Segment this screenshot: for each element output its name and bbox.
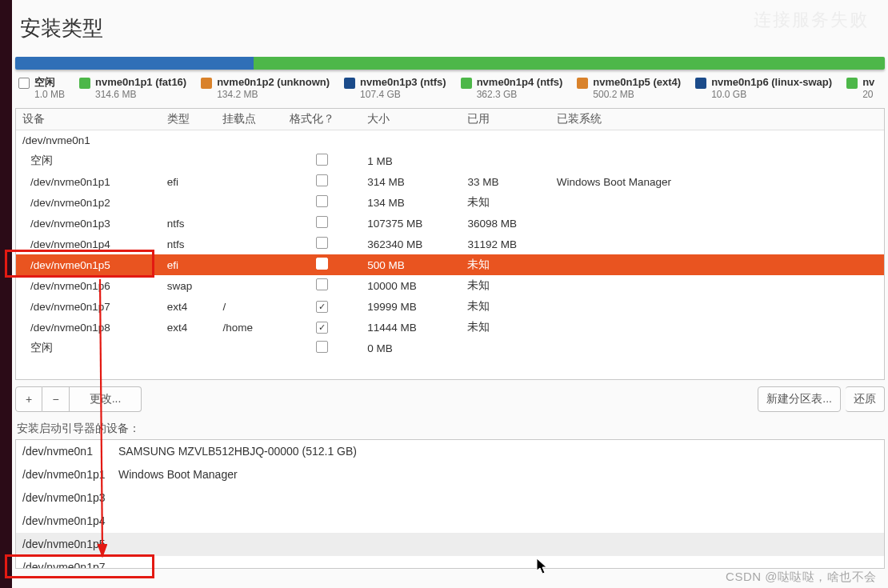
cell-used: 未知 (461, 275, 550, 296)
cell-size: 19999 MB (361, 296, 461, 317)
legend-swatch (79, 78, 90, 89)
legend-name: nvme0n1p1 (fat16) (95, 76, 186, 89)
cell-mount (216, 171, 282, 192)
legend-name: nvme0n1p4 (ntfs) (477, 76, 563, 89)
cell-used: 未知 (461, 296, 550, 317)
legend-swatch (18, 78, 30, 89)
boot-list-row[interactable]: /dev/nvme0n1p5 (16, 533, 884, 556)
format-checkbox[interactable] (316, 278, 328, 290)
table-row[interactable]: /dev/nvme0n1p7ext4/19999 MB未知 (16, 296, 884, 317)
table-row[interactable]: /dev/nvme0n1p5efi500 MB未知 (16, 254, 884, 275)
revert-button[interactable]: 还原 (846, 386, 885, 412)
boot-desc (112, 556, 884, 569)
legend-name: nvme0n1p2 (unknown) (217, 76, 330, 89)
table-row[interactable]: 空闲0 MB (16, 338, 884, 358)
change-partition-button[interactable]: 更改... (70, 386, 142, 412)
cell-device: /dev/nvme0n1p5 (16, 254, 161, 275)
cell-size: 500 MB (361, 254, 461, 275)
cell-type: swap (161, 275, 217, 296)
cell-size: 1 MB (361, 150, 461, 171)
cell-size: 314 MB (361, 171, 461, 192)
cell-type (161, 338, 217, 358)
cell-type: ntfs (161, 213, 217, 234)
cell-system (550, 130, 884, 150)
cell-size: 10000 MB (361, 275, 461, 296)
add-partition-button[interactable]: + (15, 386, 42, 412)
boot-list-row[interactable]: /dev/nvme0n1p4 (16, 510, 884, 533)
legend-name: nvme0n1p5 (ext4) (593, 76, 681, 89)
bootloader-device-list[interactable]: /dev/nvme0n1SAMSUNG MZVLB512HBJQ-00000 (… (16, 440, 884, 569)
col-system[interactable]: 已装系统 (550, 109, 884, 130)
col-mount[interactable]: 挂载点 (216, 109, 282, 130)
table-row[interactable]: /dev/nvme0n1p1efi314 MB33 MBWindows Boot… (16, 171, 884, 192)
col-type[interactable]: 类型 (161, 109, 217, 130)
cell-used: 未知 (461, 192, 550, 213)
legend-swatch (344, 78, 355, 89)
cell-type: efi (161, 254, 217, 275)
col-used[interactable]: 已用 (461, 109, 550, 130)
legend-swatch (201, 78, 212, 89)
cell-mount (216, 254, 282, 275)
col-size[interactable]: 大小 (361, 109, 461, 130)
legend-size: 20 (862, 89, 874, 100)
legend-name: nvme0n1p3 (ntfs) (360, 76, 446, 89)
table-row[interactable]: 空闲1 MB (16, 150, 884, 171)
boot-desc (112, 533, 884, 556)
legend-size: 10.0 GB (711, 89, 832, 100)
cell-size: 362340 MB (361, 234, 461, 254)
cell-system (550, 338, 884, 358)
new-partition-table-button[interactable]: 新建分区表... (758, 386, 841, 412)
format-checkbox[interactable] (316, 341, 328, 353)
legend-swatch (577, 78, 588, 89)
cell-mount (216, 130, 282, 150)
format-checkbox[interactable] (316, 216, 328, 228)
toolbar-row: + − 更改... 新建分区表... 还原 (12, 380, 888, 415)
remove-partition-button[interactable]: − (42, 386, 70, 412)
ghost-text: 连接服务失败 (754, 8, 869, 32)
legend-name: nv (862, 76, 874, 89)
cell-mount: / (216, 296, 282, 317)
table-row[interactable]: /dev/nvme0n1p8ext4/home11444 MB未知 (16, 317, 884, 338)
boot-desc (112, 486, 884, 510)
legend-swatch (846, 78, 858, 89)
cell-type (161, 150, 217, 171)
boot-list-row[interactable]: /dev/nvme0n1SAMSUNG MZVLB512HBJQ-00000 (… (16, 440, 884, 463)
cell-size (361, 130, 461, 150)
format-checkbox[interactable] (316, 322, 328, 334)
table-row[interactable]: /dev/nvme0n1 (16, 130, 884, 150)
legend-size: 134.2 MB (217, 89, 330, 100)
table-row[interactable]: /dev/nvme0n1p6swap10000 MB未知 (16, 275, 884, 296)
bootloader-device-list-wrap: /dev/nvme0n1SAMSUNG MZVLB512HBJQ-00000 (… (15, 439, 885, 569)
table-row[interactable]: /dev/nvme0n1p2134 MB未知 (16, 192, 884, 213)
cell-system (550, 317, 884, 338)
boot-list-row[interactable]: /dev/nvme0n1p1Windows Boot Manager (16, 463, 884, 486)
partition-table[interactable]: 设备 类型 挂载点 格式化？ 大小 已用 已装系统 /dev/nvme0n1空闲… (16, 109, 884, 359)
format-checkbox[interactable] (316, 237, 328, 249)
col-format[interactable]: 格式化？ (283, 109, 361, 130)
table-row[interactable]: /dev/nvme0n1p4ntfs362340 MB31192 MB (16, 234, 884, 254)
cell-system (550, 150, 884, 171)
boot-list-row[interactable]: /dev/nvme0n1p3 (16, 486, 884, 510)
legend-name: 空闲 (34, 76, 65, 89)
legend-item: nvme0n1p5 (ext4)500.2 MB (577, 76, 681, 100)
legend-item: nv20 (846, 76, 874, 100)
format-checkbox[interactable] (316, 174, 328, 186)
cell-size: 107375 MB (361, 213, 461, 234)
col-device[interactable]: 设备 (16, 109, 161, 130)
cell-mount (216, 275, 282, 296)
format-checkbox[interactable] (316, 154, 328, 166)
legend-swatch (461, 78, 472, 89)
cell-used: 36098 MB (461, 213, 550, 234)
format-checkbox[interactable] (316, 195, 328, 207)
format-checkbox[interactable] (316, 301, 328, 313)
cell-type: ext4 (161, 296, 217, 317)
cell-used (461, 130, 550, 150)
table-row[interactable]: /dev/nvme0n1p3ntfs107375 MB36098 MB (16, 213, 884, 234)
boot-list-row[interactable]: /dev/nvme0n1p7 (16, 556, 884, 569)
boot-desc (112, 510, 884, 533)
disk-segment (15, 57, 254, 70)
cell-system (550, 275, 884, 296)
window-left-edge (0, 0, 12, 588)
cell-mount: /home (216, 317, 282, 338)
format-checkbox[interactable] (316, 258, 328, 270)
